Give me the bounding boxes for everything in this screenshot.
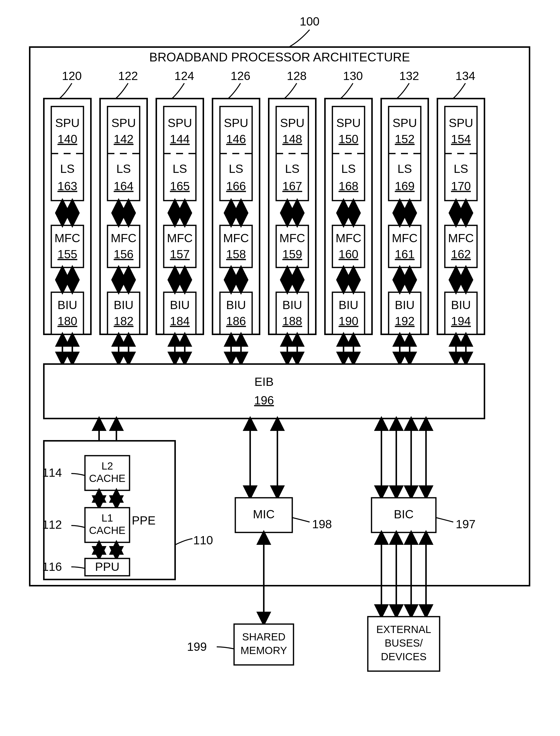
svg-text:184: 184 [170, 315, 190, 328]
svg-text:122: 122 [118, 69, 138, 82]
bpa-title: BROADBAND PROCESSOR ARCHITECTURE [149, 50, 410, 64]
svg-text:EXTERNAL: EXTERNAL [376, 624, 431, 635]
svg-text:BIU: BIU [339, 298, 358, 312]
architecture-diagram: 100 BROADBAND PROCESSOR ARCHITECTURE 120… [0, 0, 560, 736]
svg-text:BIC: BIC [394, 508, 414, 521]
svg-text:DEVICES: DEVICES [381, 651, 427, 662]
svg-text:168: 168 [339, 180, 358, 193]
svg-text:CACHE: CACHE [89, 473, 125, 484]
external-buses-block: EXTERNAL BUSES/ DEVICES [368, 617, 440, 671]
svg-text:MFC: MFC [279, 232, 305, 245]
svg-text:PPU: PPU [95, 560, 120, 573]
svg-text:132: 132 [399, 69, 419, 82]
svg-text:134: 134 [455, 69, 475, 82]
svg-text:MFC: MFC [448, 232, 474, 245]
svg-text:180: 180 [57, 315, 77, 328]
svg-text:SPU: SPU [224, 116, 248, 130]
svg-text:142: 142 [114, 132, 133, 146]
svg-text:PPE: PPE [132, 514, 156, 527]
svg-text:LS: LS [116, 162, 131, 175]
svg-text:MFC: MFC [111, 232, 136, 245]
svg-text:194: 194 [451, 315, 471, 328]
svg-text:BIU: BIU [451, 298, 471, 312]
svg-text:MFC: MFC [392, 232, 418, 245]
svg-text:162: 162 [451, 248, 471, 261]
svg-text:SPU: SPU [393, 116, 417, 130]
svg-text:163: 163 [57, 180, 77, 193]
eib-box [44, 364, 484, 419]
svg-text:SPU: SPU [55, 116, 80, 130]
svg-text:SHARED: SHARED [242, 631, 285, 643]
svg-text:182: 182 [114, 315, 133, 328]
svg-text:114: 114 [42, 466, 62, 479]
svg-text:L1: L1 [102, 512, 113, 524]
shared-memory-block: SHARED MEMORY 199 [187, 624, 293, 665]
svg-text:170: 170 [451, 180, 471, 193]
svg-text:140: 140 [57, 132, 77, 146]
svg-text:165: 165 [170, 180, 190, 193]
svg-text:SPU: SPU [336, 116, 361, 130]
svg-text:BIU: BIU [170, 298, 190, 312]
svg-text:MIC: MIC [253, 508, 275, 521]
svg-text:SPU: SPU [168, 116, 192, 130]
svg-text:146: 146 [226, 132, 246, 146]
svg-text:L2: L2 [102, 460, 113, 472]
svg-text:198: 198 [312, 518, 332, 531]
svg-text:144: 144 [170, 132, 190, 146]
svg-text:116: 116 [42, 560, 62, 573]
svg-text:BIU: BIU [226, 298, 246, 312]
svg-text:LS: LS [285, 162, 300, 175]
svg-text:MFC: MFC [167, 232, 193, 245]
svg-text:150: 150 [339, 132, 358, 146]
svg-text:157: 157 [170, 248, 190, 261]
svg-text:BIU: BIU [395, 298, 415, 312]
svg-text:SPU: SPU [280, 116, 305, 130]
svg-text:166: 166 [226, 180, 246, 193]
svg-text:190: 190 [339, 315, 358, 328]
svg-text:112: 112 [42, 518, 62, 531]
svg-text:164: 164 [114, 180, 133, 193]
svg-text:LS: LS [341, 162, 356, 175]
svg-text:192: 192 [395, 315, 415, 328]
svg-text:MEMORY: MEMORY [240, 645, 287, 656]
svg-text:155: 155 [57, 248, 77, 261]
svg-text:188: 188 [282, 315, 302, 328]
svg-text:130: 130 [343, 69, 363, 82]
svg-text:MFC: MFC [336, 232, 361, 245]
svg-text:148: 148 [282, 132, 302, 146]
eib-ref: 196 [254, 394, 274, 407]
svg-text:LS: LS [229, 162, 243, 175]
svg-text:128: 128 [287, 69, 307, 82]
svg-text:154: 154 [451, 132, 471, 146]
svg-text:LS: LS [398, 162, 412, 175]
svg-text:LS: LS [454, 162, 468, 175]
svg-text:110: 110 [193, 534, 213, 547]
svg-text:LS: LS [173, 162, 187, 175]
svg-text:160: 160 [339, 248, 358, 261]
svg-text:161: 161 [395, 248, 415, 261]
svg-text:199: 199 [187, 640, 207, 653]
svg-text:152: 152 [395, 132, 415, 146]
svg-text:BIU: BIU [282, 298, 302, 312]
svg-text:158: 158 [226, 248, 246, 261]
svg-text:120: 120 [62, 69, 82, 82]
svg-text:124: 124 [174, 69, 194, 82]
svg-text:169: 169 [395, 180, 415, 193]
svg-text:CACHE: CACHE [89, 525, 125, 536]
svg-text:MFC: MFC [54, 232, 80, 245]
eib-label: EIB [254, 375, 273, 388]
svg-text:BIU: BIU [114, 298, 133, 312]
svg-text:BUSES/: BUSES/ [385, 637, 423, 649]
svg-text:MFC: MFC [223, 232, 249, 245]
svg-text:LS: LS [60, 162, 75, 175]
outer-ref-label: 100 [300, 15, 320, 28]
svg-text:126: 126 [231, 69, 250, 82]
svg-text:SPU: SPU [111, 116, 136, 130]
svg-text:159: 159 [282, 248, 302, 261]
svg-text:186: 186 [226, 315, 246, 328]
svg-text:BIU: BIU [57, 298, 77, 312]
svg-text:167: 167 [282, 180, 302, 193]
svg-text:SPU: SPU [449, 116, 473, 130]
svg-text:156: 156 [114, 248, 133, 261]
svg-text:197: 197 [456, 518, 476, 531]
